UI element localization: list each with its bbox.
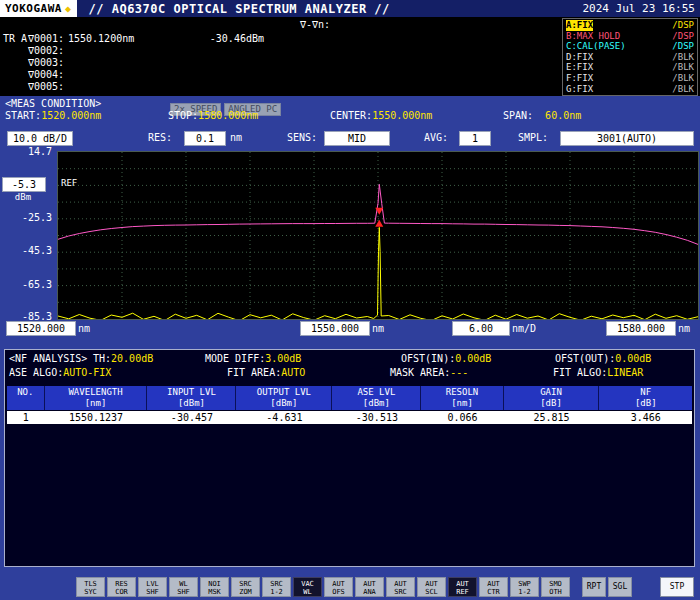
fkey-line1: WL	[170, 580, 197, 588]
fkey-line1: TLS	[77, 580, 104, 588]
level-scale-field[interactable]: 10.0 dB/D	[7, 131, 73, 146]
nf-col-header: RESOLN[nm]	[421, 386, 503, 410]
marker-id: ∇0002:	[28, 45, 68, 57]
marker-row-3: ∇0003:	[28, 57, 264, 69]
trace-status-f[interactable]: F:FIX/BLK	[566, 73, 694, 84]
nf-table-row: 11550.1237-30.457-4.631-30.5130.06625.81…	[7, 411, 692, 424]
y-label-2: -25.3	[2, 212, 52, 223]
fkey-src-zom[interactable]: SRCZOM	[231, 577, 260, 597]
trace-name: G:FIX	[566, 84, 593, 95]
fkey-line1: SRC	[263, 580, 290, 588]
fkey-sgl[interactable]: SGL	[608, 577, 632, 597]
nf-col-title: WAVELENGTH	[45, 387, 147, 398]
trace-status-g[interactable]: G:FIX/BLK	[566, 84, 694, 95]
fkey-aut-scl[interactable]: AUTSCL	[417, 577, 446, 597]
nf-cell: -4.631	[236, 411, 332, 424]
fkey-swp-1-2[interactable]: SWP1-2	[510, 577, 539, 597]
stop-readout: STOP:1580.000nm	[168, 110, 258, 121]
fkey-line1: SWP	[511, 580, 538, 588]
nf-col-title: NO.	[7, 387, 44, 398]
fkey-res-cor[interactable]: RESCOR	[107, 577, 136, 597]
marker-wavelength	[68, 57, 180, 69]
span-value: 60.0nm	[533, 110, 581, 121]
fkey-wl-shf[interactable]: WLSHF	[169, 577, 198, 597]
nf-col-header: NO.	[7, 386, 45, 410]
fkey-line2: SRC	[387, 588, 414, 596]
meas-condition-header: <MEAS CONDITION>	[5, 98, 101, 109]
nf-col-title: ASE LVL	[332, 387, 420, 398]
fkey-line2: SCL	[418, 588, 445, 596]
nf-col-unit: [dBm]	[332, 398, 420, 409]
marker-row-4: ∇0004:	[28, 69, 264, 81]
span-label: SPAN:	[503, 110, 533, 121]
nf-analysis-title: <NF ANALYSIS>	[9, 353, 87, 364]
nf-param-label: MASK AREA:	[390, 367, 450, 378]
trace-status-c[interactable]: C:CAL(PASE)/DSP	[566, 41, 694, 52]
trace-status-d[interactable]: D:FIX/BLK	[566, 52, 694, 63]
fkey-aut-ofs[interactable]: AUTOFS	[324, 577, 353, 597]
trace-status-e[interactable]: E:FIX/BLK	[566, 62, 694, 73]
fkey-line1: NOI	[201, 580, 228, 588]
average-field[interactable]: 1	[459, 131, 491, 146]
nf-table-header: NO.WAVELENGTH[nm]INPUT LVL[dBm]OUTPUT LV…	[7, 386, 692, 410]
resolution-field[interactable]: 0.1	[184, 131, 226, 146]
trace-name: E:FIX	[566, 62, 593, 73]
nf-col-header: GAIN[dB]	[504, 386, 600, 410]
nf-col-title: INPUT LVL	[147, 387, 235, 398]
fkey-line1: VAC	[294, 580, 321, 588]
fkey-aut-src[interactable]: AUTSRC	[386, 577, 415, 597]
fkey-line2: CTR	[480, 588, 507, 596]
active-trace-label: TR A	[3, 33, 27, 44]
trace-status-b[interactable]: B:MAX HOLD/DSP	[566, 31, 694, 42]
nf-param-label: TH:	[93, 353, 111, 364]
fkey-rpt[interactable]: RPT	[582, 577, 606, 597]
trace-name: A:FIX	[566, 20, 593, 31]
marker-row-2: ∇0002:	[28, 45, 264, 57]
delta-marker-label: ∇-∇n:	[300, 19, 330, 30]
trace-mode: /BLK	[672, 62, 694, 73]
nf-col-title: RESOLN	[421, 387, 502, 398]
marker-id: ∇0003:	[28, 57, 68, 69]
fkey-src-1-2[interactable]: SRC1-2	[262, 577, 291, 597]
logo-diamond-icon: ◆	[65, 3, 72, 14]
nf-param-label: MODE DIFF:	[205, 353, 265, 364]
titlebar: YOKOGAWA ◆ // AQ6370C OPTICAL SPECTRUM A…	[0, 0, 700, 17]
sampling-field[interactable]: 3001(AUTO)	[560, 131, 694, 146]
nf-param-value: LINEAR	[607, 367, 643, 378]
fkey-line2: OTH	[542, 588, 569, 596]
marker-level	[180, 45, 264, 57]
fkey-aut-ctr[interactable]: AUTCTR	[479, 577, 508, 597]
trace-mode: /DSP	[672, 41, 694, 52]
marker-row-1: ∇0001:1550.1200nm-30.46dBm	[28, 33, 264, 45]
x-start-unit: nm	[78, 323, 90, 334]
fkey-line2: OFS	[325, 588, 352, 596]
fkey-aut-ana[interactable]: AUTANA	[355, 577, 384, 597]
trace-status-a[interactable]: A:FIX/DSP	[566, 20, 694, 31]
span-readout: SPAN:60.0nm	[503, 110, 581, 121]
fkey-line1: AUT	[325, 580, 352, 588]
fkey-line1: AUT	[480, 580, 507, 588]
sensitivity-field[interactable]: MID	[324, 131, 390, 146]
fkey-stp[interactable]: STP	[660, 577, 694, 597]
y-label-4: -65.3	[2, 279, 52, 290]
x-scale-unit: nm/D	[512, 323, 536, 334]
nf-analysis-panel: <NF ANALYSIS> TH:20.00dBMODE DIFF:3.00dB…	[4, 349, 695, 567]
page-title: // AQ6370C OPTICAL SPECTRUM ANALYZER //	[89, 2, 390, 16]
fkey-line2: SHF	[170, 588, 197, 596]
nf-param-label: OFST(OUT):	[555, 353, 615, 364]
fkey-tls-syc[interactable]: TLSSYC	[76, 577, 105, 597]
fkey-noi-msk[interactable]: NOIMSK	[200, 577, 229, 597]
nf-param: FIT AREA:AUTO	[227, 367, 305, 378]
fkey-smo-oth[interactable]: SMOOTH	[541, 577, 570, 597]
fkey-aut-ref[interactable]: AUTREF	[448, 577, 477, 597]
fkey-vac-wl[interactable]: VACWL	[293, 577, 322, 597]
stop-value: 1580.000nm	[198, 110, 258, 121]
nf-col-header: WAVELENGTH[nm]	[45, 386, 148, 410]
fkey-line1: RES	[108, 580, 135, 588]
fkey-line2: ANA	[356, 588, 383, 596]
fkey-line1: LVL	[139, 580, 166, 588]
center-value: 1550.000nm	[372, 110, 432, 121]
nf-col-unit: [dB]	[599, 398, 691, 409]
fkey-lvl-shf[interactable]: LVLSHF	[138, 577, 167, 597]
nf-param: ASE ALGO:AUTO-FIX	[9, 367, 111, 378]
